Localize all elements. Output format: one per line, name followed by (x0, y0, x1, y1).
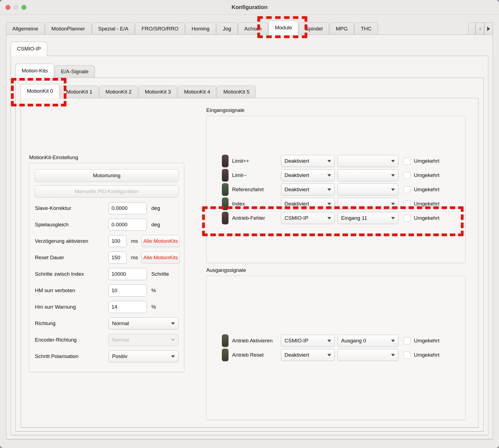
tab-motionkit-5[interactable]: MotionKit 5 (217, 86, 256, 98)
field-row-hm-verboten: HM surr verboten % (35, 284, 179, 297)
richtung-select[interactable]: Normal (108, 317, 179, 329)
chevron-right-icon (487, 27, 490, 31)
tab-scroll-right-button[interactable] (484, 22, 493, 35)
alle-motionkits-button[interactable]: Alle MotionKits (141, 235, 180, 247)
invert-label: Umgekehrt (414, 215, 439, 221)
device-select[interactable]: Deaktiviert (281, 169, 335, 181)
field-row-encoder-richtung: Encoder-Richtung Normal (35, 334, 179, 346)
tab-motion-kits[interactable]: Motion-Kits (15, 64, 54, 78)
motionkit0-page: MotionKit-Einstellung Motortuning Manuel… (21, 98, 478, 427)
tab-motionkit-2[interactable]: MotionKit 2 (99, 86, 138, 98)
spielausgleich-input[interactable] (108, 219, 147, 231)
motionkit-settings-section: MotionKit-Einstellung Motortuning Manuel… (29, 154, 184, 422)
signal-tab-bar: Motion-Kits E/A-Signale (15, 64, 484, 78)
tab-scroll-controls (468, 22, 493, 35)
tab-thc[interactable]: THC (355, 22, 378, 35)
field-label: Spielausgleich (35, 222, 108, 228)
signal-row-limit-plus: Limit++ Deaktiviert (222, 155, 460, 167)
signal-row-limit-minus: Limit-- Deaktiviert (222, 169, 460, 181)
chevron-down-icon (171, 355, 175, 358)
tab-module[interactable]: Module (269, 21, 298, 35)
hm-verboten-input[interactable] (108, 284, 147, 297)
field-label: Richtung (35, 320, 108, 326)
chevron-down-icon (327, 174, 331, 177)
verzoegerung-input[interactable] (108, 235, 127, 247)
invert-checkbox[interactable] (403, 157, 411, 165)
status-led (222, 212, 228, 224)
schritt-polarisation-select[interactable]: Positiv (108, 350, 179, 362)
close-window-icon[interactable] (5, 5, 10, 10)
tab-scroll-left-button[interactable] (475, 22, 484, 35)
device-select[interactable]: Deaktiviert (281, 198, 335, 210)
invert-checkbox[interactable] (403, 215, 411, 222)
device-select[interactable]: Deaktiviert (281, 184, 335, 196)
motion-kits-page: MotionKit 0 MotionKit 1 MotionKit 2 Moti… (15, 78, 484, 432)
status-led (222, 169, 228, 182)
field-unit: ms (131, 255, 138, 261)
slave-korrektur-input[interactable] (108, 202, 147, 214)
chevron-down-icon (171, 339, 175, 341)
hm-warnung-input[interactable] (108, 301, 147, 313)
tab-motionkit-0-label: MotionKit 0 (27, 88, 53, 94)
pin-select[interactable] (338, 349, 398, 361)
device-select[interactable]: Deaktiviert (281, 155, 335, 167)
tab-spezial-ea[interactable]: Spezial - E/A (92, 22, 135, 35)
invert-checkbox[interactable] (403, 172, 411, 179)
invert-checkbox[interactable] (403, 351, 411, 359)
field-row-hm-warnung: Hm surr Warnung % (35, 301, 179, 313)
tab-mpg[interactable]: MPG (330, 22, 354, 35)
device-select[interactable]: CSMIO-IP (281, 335, 335, 347)
tab-spindel[interactable]: Spindel (299, 22, 329, 35)
device-select[interactable]: Deaktiviert (281, 349, 335, 361)
tab-motionplanner[interactable]: MotionPlanner (45, 22, 91, 35)
signal-row-referenzfahrt: Referenzfahrt Deaktiviert (222, 184, 460, 196)
invert-checkbox[interactable] (403, 200, 411, 207)
invert-label: Umgekehrt (414, 352, 439, 358)
motortuning-button[interactable]: Motortuning (35, 169, 179, 182)
tab-jog[interactable]: Jog (216, 22, 238, 35)
pin-select[interactable]: Ausgang 0 (338, 335, 398, 347)
field-row-richtung: Richtung Normal (35, 317, 179, 329)
chevron-down-icon (327, 203, 331, 205)
status-led (222, 198, 228, 210)
device-select[interactable]: CSMIO-IP (281, 212, 335, 224)
encoder-richtung-select: Normal (108, 334, 179, 346)
tab-fro-sro-rro[interactable]: FRO/SRO/RRO (135, 22, 185, 35)
invert-checkbox[interactable] (403, 186, 411, 193)
pin-select[interactable] (338, 169, 398, 181)
clipped-tab (468, 22, 475, 35)
pin-select[interactable] (338, 184, 398, 196)
chevron-down-icon (391, 217, 395, 219)
chevron-down-icon (327, 340, 331, 342)
field-row-schritt-polarisation: Schritt Polarisation Positiv (35, 350, 179, 362)
tab-homing[interactable]: Homing (185, 22, 216, 35)
signal-row-antrieb-fehler: Antrieb-Fehler CSMIO-IP Eingang 11 (222, 212, 460, 224)
pin-select[interactable] (338, 198, 398, 210)
chevron-down-icon (391, 354, 395, 356)
tab-motionkit-1[interactable]: MotionKit 1 (60, 86, 99, 98)
chevron-down-icon (327, 160, 331, 162)
outputs-box: Antrieb Aktivieren CSMIO-IP Ausgang 0 (206, 276, 465, 420)
reset-dauer-input[interactable] (108, 252, 127, 264)
tab-ea-signale[interactable]: E/A-Signale (55, 65, 95, 78)
zoom-window-icon[interactable] (21, 5, 26, 10)
alle-motionkits-button[interactable]: Alle MotionKits (141, 252, 180, 264)
chevron-down-icon (327, 217, 331, 219)
tab-motionkit-3[interactable]: MotionKit 3 (138, 86, 177, 98)
invert-label: Umgekehrt (414, 338, 439, 344)
status-led (222, 349, 228, 361)
field-label: Slave-Korrektur (35, 205, 108, 211)
chevron-down-icon (327, 354, 331, 356)
schritte-index-input[interactable] (108, 268, 147, 280)
pin-select[interactable]: Eingang 11 (338, 212, 398, 224)
tab-csmio-ip[interactable]: CSMIO-IP (11, 42, 47, 56)
pin-select[interactable] (338, 155, 398, 167)
invert-checkbox[interactable] (403, 337, 411, 344)
csmio-tab-bar: CSMIO-IP (11, 42, 488, 56)
tab-motionkit-0[interactable]: MotionKit 0 (21, 84, 59, 98)
tab-allgemeine[interactable]: Allgemeine (6, 22, 44, 35)
tab-motionkit-4[interactable]: MotionKit 4 (178, 86, 216, 98)
motionkit-tab-bar: MotionKit 0 MotionKit 1 MotionKit 2 Moti… (21, 84, 478, 98)
tab-achsen[interactable]: Achsen (238, 22, 268, 35)
settings-title: MotionKit-Einstellung (29, 154, 184, 160)
